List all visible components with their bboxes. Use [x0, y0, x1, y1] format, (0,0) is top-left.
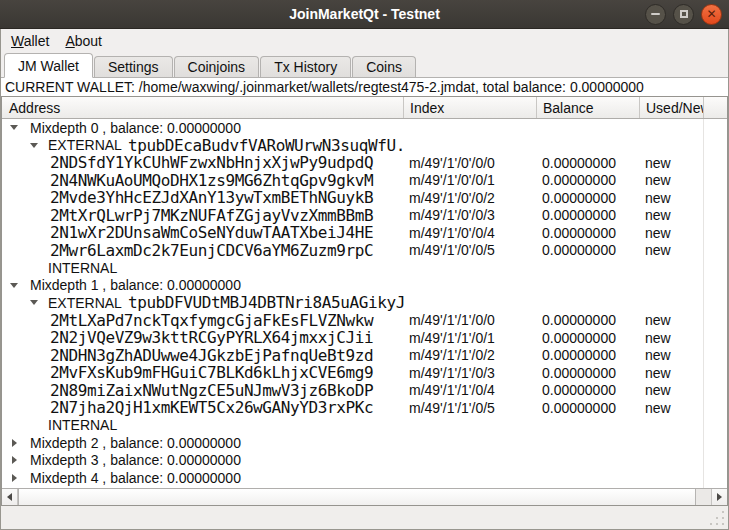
tree-viewport: Mixdepth 0 , balance: 0.00000000 EXTERNA…: [2, 119, 727, 488]
tree-header: Address Index Balance Used/New: [2, 97, 727, 119]
tree-row[interactable]: Mixdepth 0 , balance: 0.00000000: [2, 119, 727, 137]
cell-balance: 0.00000000: [537, 400, 640, 416]
tree-row[interactable]: 2MvFXsKub9mFHGuiC7BLKd6kLhjxCVE6mg9 m/49…: [2, 364, 727, 382]
cell-index: m/49'/1'/1'/0/5: [404, 400, 537, 416]
minimize-button[interactable]: [645, 4, 666, 25]
expand-arrow[interactable]: [29, 300, 39, 305]
cell-balance: 0.00000000: [537, 190, 640, 206]
tab-coins[interactable]: Coins: [352, 56, 416, 77]
scroll-left-button[interactable]: [2, 489, 18, 505]
tab-tx-history[interactable]: Tx History: [260, 56, 351, 77]
horizontal-scrollbar[interactable]: [2, 488, 727, 505]
window-footer: [1, 506, 728, 529]
tab-jm-wallet[interactable]: JM Wallet: [4, 53, 93, 78]
window-title: JoinMarketQt - Testnet: [0, 0, 729, 28]
expand-arrow[interactable]: [9, 456, 19, 464]
tree-row[interactable]: EXTERNAL tpubDFVUDtMBJ4DBTNri8A5uAGikyJ.…: [2, 294, 727, 312]
cell-status: new: [640, 347, 704, 363]
cell-index: m/49'/1'/0'/0/2: [404, 190, 537, 206]
address-text: 2MvFXsKub9mFHGuiC7BLKd6kLhjxCVE6mg9: [50, 364, 373, 381]
tree-row[interactable]: 2N89miZaixNWutNgzCE5uNJmwV3jz6BkoDP m/49…: [2, 382, 727, 400]
cell-index: m/49'/1'/0'/0/3: [404, 207, 537, 223]
row-xpub: tpubDEcaBudvfVARoWUrwN3suqWfU...: [128, 137, 404, 154]
scrollbar-track[interactable]: [696, 489, 711, 505]
tree-row[interactable]: 2MtLXaPd7nckTqxfymgcGjaFkEsFLVZNwkw m/49…: [2, 312, 727, 330]
cell-index: m/49'/1'/1'/0/1: [404, 330, 537, 346]
row-label: Mixdepth 0 , balance: 0.00000000: [30, 120, 241, 136]
scroll-right-button[interactable]: [711, 489, 727, 505]
address-text: 2N2jVQeVZ9w3kttRCGyPYRLX64jmxxjCJii: [50, 329, 373, 346]
cell-index: m/49'/1'/0'/0/4: [404, 225, 537, 241]
tree-row[interactable]: 2Mvde3YhHcEZJdXAnY13ywTxmBEThNGuykB m/49…: [2, 189, 727, 207]
cell-balance: 0.00000000: [537, 365, 640, 381]
tab-settings[interactable]: Settings: [94, 56, 173, 77]
cell-index: m/49'/1'/1'/0/2: [404, 347, 537, 363]
cell-index: m/49'/1'/1'/0/0: [404, 312, 537, 328]
cell-status: new: [640, 382, 704, 398]
tree-row[interactable]: 2Mwr6LaxmDc2k7EunjCDCV6aYM6Zuzm9rpC m/49…: [2, 242, 727, 260]
wallet-tab-page: CURRENT WALLET: /home/waxwing/.joinmarke…: [1, 78, 728, 529]
address-text: 2Mvde3YhHcEZJdXAnY13ywTxmBEThNGuykB: [50, 189, 373, 206]
scroll-right-icon: [717, 493, 722, 501]
scroll-left-icon: [7, 493, 12, 501]
cell-index: m/49'/1'/1'/0/4: [404, 382, 537, 398]
row-label: Mixdepth 3 , balance: 0.00000000: [30, 452, 241, 468]
tree-row[interactable]: INTERNAL: [2, 259, 727, 277]
close-button[interactable]: ✕: [701, 4, 722, 25]
window-controls: ✕: [645, 0, 722, 28]
address-text: 2N7jha2QjH1xmKEWT5Cx26wGANyYD3rxPKc: [50, 399, 373, 416]
tree-row[interactable]: 2MtXrQLwrPj7MKzNUFAfZGjayVvzXmmBBmB m/49…: [2, 207, 727, 225]
row-label: Mixdepth 4 , balance: 0.00000000: [30, 470, 241, 486]
expand-arrow[interactable]: [9, 283, 19, 288]
close-icon: ✕: [706, 8, 716, 20]
cell-index: m/49'/1'/0'/0/0: [404, 155, 537, 171]
current-wallet-label: CURRENT WALLET: /home/waxwing/.joinmarke…: [1, 78, 728, 96]
tree-row[interactable]: EXTERNAL tpubDEcaBudvfVARoWUrwN3suqWfU..…: [2, 137, 727, 155]
tree-row[interactable]: 2N1wXr2DUnsaWmCoSeNYduwTAATXbeiJ4HE m/49…: [2, 224, 727, 242]
scrollbar-thumb[interactable]: [18, 489, 696, 505]
wallet-tree: Address Index Balance Used/New Mixdepth …: [1, 96, 728, 506]
row-label: INTERNAL: [48, 260, 117, 276]
tree-row[interactable]: 2NDHN3gZhADUwwe4JGkzbEjPafnqUeBt9zd m/49…: [2, 347, 727, 365]
menu-about[interactable]: About: [57, 31, 110, 51]
expand-arrow[interactable]: [9, 439, 19, 447]
tab-coinjoins[interactable]: Coinjoins: [174, 56, 260, 77]
cell-index: m/49'/1'/0'/0/1: [404, 172, 537, 188]
cell-status: new: [640, 207, 704, 223]
expand-arrow[interactable]: [9, 474, 19, 482]
header-address[interactable]: Address: [2, 97, 404, 118]
header-used-new[interactable]: Used/New: [640, 97, 704, 118]
cell-status: new: [640, 190, 704, 206]
cell-status: new: [640, 225, 704, 241]
minimize-icon: [651, 13, 660, 15]
cell-balance: 0.00000000: [537, 207, 640, 223]
header-balance[interactable]: Balance: [537, 97, 640, 118]
maximize-button[interactable]: [673, 4, 694, 25]
expand-arrow[interactable]: [9, 125, 19, 130]
maximize-icon: [680, 10, 688, 18]
expand-arrow[interactable]: [29, 143, 39, 148]
address-text: 2Mwr6LaxmDc2k7EunjCDCV6aYM6Zuzm9rpC: [50, 242, 373, 259]
cell-status: new: [640, 330, 704, 346]
tree-row[interactable]: 2N2jVQeVZ9w3kttRCGyPYRLX64jmxxjCJii m/49…: [2, 329, 727, 347]
tree-row[interactable]: 2NDSfdY1YkCUhWFzwxNbHnjxXjwPy9udpdQ m/49…: [2, 154, 727, 172]
cell-status: new: [640, 312, 704, 328]
header-index[interactable]: Index: [404, 97, 537, 118]
titlebar[interactable]: JoinMarketQt - Testnet ✕: [0, 0, 729, 29]
tree-row[interactable]: 2N4NWKuAoUMQoDHX1zs9MG6ZhtqGpv9gkvM m/49…: [2, 172, 727, 190]
resize-grip[interactable]: [709, 510, 724, 525]
address-text: 2N1wXr2DUnsaWmCoSeNYduwTAATXbeiJ4HE: [50, 224, 373, 241]
cell-balance: 0.00000000: [537, 382, 640, 398]
tree-row[interactable]: Mixdepth 2 , balance: 0.00000000: [2, 434, 727, 452]
tree-row[interactable]: Mixdepth 4 , balance: 0.00000000: [2, 469, 727, 487]
tree-row[interactable]: Mixdepth 1 , balance: 0.00000000: [2, 277, 727, 295]
menu-wallet[interactable]: Wallet: [3, 31, 57, 51]
row-label: INTERNAL: [48, 417, 117, 433]
tree-row[interactable]: INTERNAL: [2, 417, 727, 435]
tree-row[interactable]: Mixdepth 3 , balance: 0.00000000: [2, 452, 727, 470]
column-divider: [703, 119, 704, 488]
tab-bar: JM Wallet Settings Coinjoins Tx History …: [1, 52, 728, 78]
cell-balance: 0.00000000: [537, 347, 640, 363]
tree-row[interactable]: 2N7jha2QjH1xmKEWT5Cx26wGANyYD3rxPKc m/49…: [2, 399, 727, 417]
cell-balance: 0.00000000: [537, 155, 640, 171]
